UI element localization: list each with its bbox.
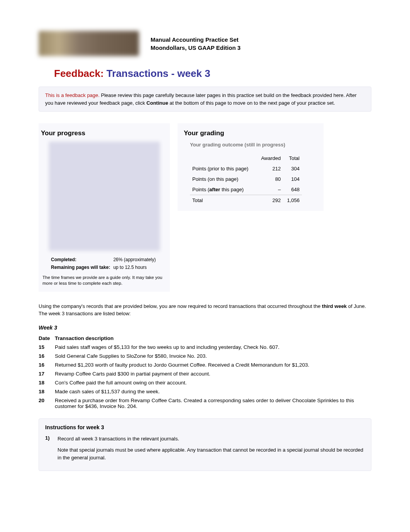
instruction-text: Record all week 3 transactions in the re… <box>58 435 365 462</box>
grading-total-total: 1,056 <box>283 195 302 206</box>
grading-total-row: Total 292 1,056 <box>190 195 302 206</box>
grading-row-awarded: 80 <box>256 174 283 184</box>
transactions-table: Date Transaction description 15Paid sale… <box>39 334 371 411</box>
grading-row-prior: Points (prior to this page) 212 304 <box>190 163 302 174</box>
table-row: 20Received a purchase order from Revamp … <box>39 396 371 411</box>
page-title-text: Transactions - week 3 <box>107 68 210 79</box>
txn-desc: Revamp Coffee Carts paid $300 in partial… <box>55 369 371 378</box>
instruction-line2: Note that special journals must be used … <box>58 446 365 461</box>
header-logo-image <box>39 31 139 56</box>
txn-desc: Returned $1,203 worth of faulty product … <box>55 360 371 369</box>
txn-desc: Received a purchase order from Revamp Co… <box>55 396 371 411</box>
week-heading: Week 3 <box>39 325 371 331</box>
progress-completed-row: Completed: 26% (approximately) <box>51 256 158 263</box>
instructions-heading: Instructions for week 3 <box>45 424 365 430</box>
header-title-line2: Moondollars, US GAAP Edition 3 <box>151 44 241 52</box>
feedback-body2: at the bottom of this page to move on to… <box>169 100 335 106</box>
grading-heading: Your grading <box>184 129 317 137</box>
grading-row-label: Points (after this page) <box>190 184 256 195</box>
txn-desc: Con's Coffee paid the full amount owing … <box>55 378 371 387</box>
txn-date: 20 <box>39 396 55 411</box>
grading-panel: Your grading Your grading outcome (still… <box>178 123 324 211</box>
transactions-header-row: Date Transaction description <box>39 334 371 343</box>
txn-date: 16 <box>39 352 55 360</box>
intro-part1: Using the company's records that are pro… <box>39 303 322 309</box>
progress-remaining-value: up to 12.5 hours <box>113 264 158 271</box>
grading-table: Awarded Total Points (prior to this page… <box>190 153 302 206</box>
grading-header-row: Awarded Total <box>190 153 302 163</box>
table-row: 16Sold General Cafe Supplies to SloZone … <box>39 352 371 360</box>
txn-date: 18 <box>39 378 55 387</box>
grading-col-awarded: Awarded <box>256 153 283 163</box>
grading-row-label: Points (on this page) <box>190 174 256 184</box>
instruction-number: 1) <box>45 435 54 462</box>
instructions-list: 1)Record all week 3 transactions in the … <box>45 435 365 462</box>
table-row: 18Made cash sales of $11,537 during the … <box>39 387 371 396</box>
progress-panel: Your progress Completed: 26% (approximat… <box>39 123 170 292</box>
feedback-tag: This is a feedback page. <box>45 92 100 98</box>
grading-subheading: Your grading outcome (still in progress) <box>190 142 317 148</box>
txn-header-date: Date <box>39 334 55 343</box>
txn-desc: Made cash sales of $11,537 during the we… <box>55 387 371 396</box>
grading-row-total: 648 <box>283 184 302 195</box>
progress-remaining-label: Remaining pages will take: <box>51 264 112 271</box>
instructions-box: Instructions for week 3 1)Record all wee… <box>39 418 371 471</box>
feedback-notice: This is a feedback page. Please review t… <box>39 87 371 112</box>
txn-desc: Sold General Cafe Supplies to SloZone fo… <box>55 352 371 360</box>
table-row: 18Con's Coffee paid the full amount owin… <box>39 378 371 387</box>
grading-row-this: Points (on this page) 80 104 <box>190 174 302 184</box>
progress-stats-table: Completed: 26% (approximately) Remaining… <box>50 255 159 272</box>
intro-paragraph: Using the company's records that are pro… <box>39 303 371 318</box>
txn-date: 15 <box>39 343 55 352</box>
grading-col-total: Total <box>283 153 302 163</box>
txn-date: 17 <box>39 369 55 378</box>
page-title: Feedback: Transactions - week 3 <box>54 68 371 80</box>
table-row: 15Paid sales staff wages of $5,133 for t… <box>39 343 371 352</box>
progress-preview-image <box>49 142 160 251</box>
progress-note: The time frames we provide are a guide o… <box>42 275 166 286</box>
progress-completed-value: 26% (approximately) <box>113 256 158 263</box>
txn-date: 16 <box>39 360 55 369</box>
header-title-block: Manual Accounting Practice Set Moondolla… <box>151 36 241 52</box>
grading-row-awarded: – <box>256 184 283 195</box>
grading-total-awarded: 292 <box>256 195 283 206</box>
txn-header-desc: Transaction description <box>55 334 371 343</box>
table-row: 16Returned $1,203 worth of faulty produc… <box>39 360 371 369</box>
txn-date: 18 <box>39 387 55 396</box>
progress-heading: Your progress <box>41 129 170 137</box>
progress-completed-label: Completed: <box>51 256 112 263</box>
grading-total-label: Total <box>190 195 256 206</box>
grading-row-total: 304 <box>283 163 302 174</box>
intro-bold: third week <box>322 303 347 309</box>
grading-row-label: Points (prior to this page) <box>190 163 256 174</box>
instruction-line1: Record all week 3 transactions in the re… <box>58 435 365 443</box>
table-row: 17Revamp Coffee Carts paid $300 in parti… <box>39 369 371 378</box>
instruction-item: 1)Record all week 3 transactions in the … <box>45 435 365 462</box>
page-header: Manual Accounting Practice Set Moondolla… <box>39 31 371 56</box>
grading-row-total: 104 <box>283 174 302 184</box>
feedback-continue-word: Continue <box>146 100 168 106</box>
progress-remaining-row: Remaining pages will take: up to 12.5 ho… <box>51 264 158 271</box>
page-title-feedback-label: Feedback: <box>54 68 104 79</box>
grading-row-after: Points (after this page) – 648 <box>190 184 302 195</box>
txn-desc: Paid sales staff wages of $5,133 for the… <box>55 343 371 352</box>
header-title-line1: Manual Accounting Practice Set <box>151 36 241 44</box>
grading-row-awarded: 212 <box>256 163 283 174</box>
